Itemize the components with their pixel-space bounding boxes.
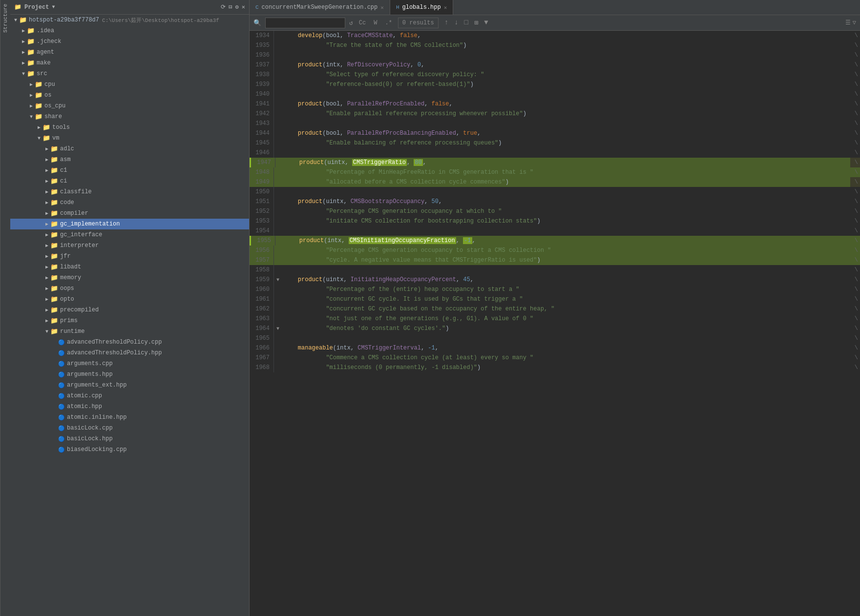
tree-item-idea[interactable]: ▶ 📁 .idea (10, 25, 249, 36)
tree-item-compiler[interactable]: ▶ 📁 compiler (10, 208, 249, 219)
file-label-arguments-ext-hpp: arguments_ext.hpp (67, 382, 126, 389)
tree-item-precompiled[interactable]: ▶ 📁 precompiled (10, 305, 249, 315)
regex-btn[interactable]: .* (383, 19, 394, 27)
code-line-1938: 1938 "Select type of reference discovery… (250, 70, 860, 80)
collapse-icon[interactable]: ⊟ (229, 3, 232, 11)
tree-root[interactable]: ▼ 📁 hotspot-a29ba3f778d7 C:\Users\茹开\Des… (10, 15, 249, 25)
project-tree: ▼ 📁 hotspot-a29ba3f778d7 C:\Users\茹开\Des… (10, 15, 249, 616)
os-cpu-folder-icon: 📁 (35, 102, 42, 110)
tree-item-code[interactable]: ▶ 📁 code (10, 197, 249, 208)
line-content-1947: product(uintx, CMSTriggerRatio, 80, (283, 158, 850, 167)
tree-item-tools[interactable]: ▶ 📁 tools (10, 122, 249, 133)
tree-item-file-atpolicy-cpp[interactable]: 🔵 advancedThresholdPolicy.cpp (10, 337, 249, 348)
share-label: share (44, 113, 62, 120)
structure-side-tab[interactable]: Structure (0, 0, 10, 616)
idea-label: .idea (37, 27, 54, 34)
code-line-1966: 1966 manageable(intx, CMSTriggerInterval… (250, 343, 860, 353)
tree-item-file-atpolicy-hpp[interactable]: 🔵 advancedThresholdPolicy.hpp (10, 348, 249, 358)
gc-impl-label: gc_implementation (60, 221, 120, 227)
tab-close-globals-hpp[interactable]: ✕ (444, 4, 447, 11)
tree-item-src[interactable]: ▼ 📁 src (10, 68, 249, 79)
results-in-new-tab-btn[interactable]: ⊞ (472, 18, 480, 28)
close-icon[interactable]: ✕ (242, 3, 245, 11)
file-icon-basiclock-cpp: 🔵 (58, 425, 65, 431)
continuation-1943: \ (850, 119, 860, 128)
tree-item-file-arguments-cpp[interactable]: 🔵 arguments.cpp (10, 358, 249, 369)
tree-item-vm[interactable]: ▼ 📁 vm (10, 133, 249, 144)
tree-item-classfile[interactable]: ▶ 📁 classfile (10, 186, 249, 197)
tree-item-interpreter[interactable]: ▶ 📁 interpreter (10, 240, 249, 251)
file-label-atpolicy-cpp: advancedThresholdPolicy.cpp (67, 339, 162, 346)
continuation-1951: \ (850, 197, 860, 206)
continuation-1960: \ (850, 285, 860, 294)
gutter-1935 (274, 41, 282, 50)
tree-item-jcheck[interactable]: ▶ 📁 .jcheck (10, 36, 249, 47)
prev-result-btn[interactable]: ↑ (442, 18, 450, 28)
tab-concurrent-cpp[interactable]: C concurrentMarkSweepGeneration.cpp ✕ (250, 0, 390, 15)
tree-item-gc-interface[interactable]: ▶ 📁 gc_interface (10, 229, 249, 240)
tree-item-gc-implementation[interactable]: ▶ 📁 gc_implementation (10, 219, 249, 229)
line-content-1952: "Percentage CMS generation occupancy at … (282, 206, 850, 216)
tree-item-os-cpu[interactable]: ▶ 📁 os_cpu (10, 101, 249, 111)
next-result-btn[interactable]: ↓ (452, 18, 460, 28)
tree-item-share[interactable]: ▼ 📁 share (10, 111, 249, 122)
line-content-1963: "not just one of the generations (e.g., … (282, 314, 850, 324)
classfile-label: classfile (60, 188, 92, 195)
settings-icon[interactable]: ⚙ (235, 3, 239, 11)
code-line-1939: 1939 "reference-based(0) or referent-bas… (250, 80, 860, 89)
tree-item-asm[interactable]: ▶ 📁 asm (10, 154, 249, 165)
filter-icon[interactable]: ▽ (853, 19, 856, 26)
tree-item-agent[interactable]: ▶ 📁 agent (10, 47, 249, 58)
expand-results-btn[interactable]: □ (462, 18, 470, 28)
continuation-1939: \ (850, 80, 860, 89)
tab-close-concurrent-cpp[interactable]: ✕ (380, 4, 384, 11)
code-line-1967: 1967 "Commence a CMS collection cycle (a… (250, 353, 860, 363)
tree-item-file-arguments-ext-hpp[interactable]: 🔵 arguments_ext.hpp (10, 380, 249, 390)
search-input[interactable] (265, 18, 345, 28)
gutter-1941 (274, 99, 282, 109)
filter-btn[interactable]: ▼ (482, 18, 490, 28)
line-number-1966: 1966 (250, 343, 274, 353)
gutter-1967 (274, 353, 282, 363)
src-arrow: ▼ (20, 71, 27, 77)
gutter-1952 (274, 206, 282, 216)
gutter-1959[interactable]: ▼ (274, 275, 282, 285)
tree-item-adlc[interactable]: ▶ 📁 adlc (10, 144, 249, 154)
tree-item-cpu[interactable]: ▶ 📁 cpu (10, 79, 249, 90)
project-dropdown-icon[interactable]: ▼ (52, 4, 55, 10)
line-content-1964: "denotes 'do constant GC cycles'.") (282, 324, 850, 333)
menu-icon[interactable]: ☰ (845, 19, 851, 26)
code-line-1934: 1934 develop(bool, TraceCMSState, false,… (250, 31, 860, 41)
tree-item-file-atomic-cpp[interactable]: 🔵 atomic.cpp (10, 390, 249, 401)
case-sensitive-btn[interactable]: Cc (357, 19, 368, 27)
tree-item-ci[interactable]: ▶ 📁 ci (10, 176, 249, 186)
tree-item-file-arguments-hpp[interactable]: 🔵 arguments.hpp (10, 369, 249, 380)
line-number-1949: 1949 (250, 177, 274, 187)
tree-item-file-biasedlocking-cpp[interactable]: 🔵 biasedLocking.cpp (10, 444, 249, 455)
tab-globals-hpp[interactable]: H globals.hpp ✕ (390, 0, 453, 15)
line-content-1948: "Percentage of MinHeapFreeRatio in CMS g… (282, 167, 850, 177)
tree-item-opto[interactable]: ▶ 📁 opto (10, 294, 249, 305)
tree-item-jfr[interactable]: ▶ 📁 jfr (10, 251, 249, 262)
tree-item-c1[interactable]: ▶ 📁 c1 (10, 165, 249, 176)
tree-item-file-atomic-hpp[interactable]: 🔵 atomic.hpp (10, 401, 249, 412)
tree-item-file-basiclock-hpp[interactable]: 🔵 basicLock.hpp (10, 433, 249, 444)
tree-item-make[interactable]: ▶ 📁 make (10, 58, 249, 68)
tree-item-prims[interactable]: ▶ 📁 prims (10, 315, 249, 326)
adlc-arrow: ▶ (43, 146, 50, 152)
whole-word-btn[interactable]: W (372, 19, 379, 27)
tree-item-runtime[interactable]: ▼ 📁 runtime (10, 326, 249, 337)
tree-item-os[interactable]: ▶ 📁 os (10, 90, 249, 101)
tree-item-oops[interactable]: ▶ 📁 oops (10, 283, 249, 294)
tree-item-libadt[interactable]: ▶ 📁 libadt (10, 262, 249, 272)
code-editor[interactable]: 1934 develop(bool, TraceCMSState, false,… (250, 31, 860, 616)
gutter-1963 (274, 314, 282, 324)
line-content-1966: manageable(intx, CMSTriggerInterval, -1, (282, 343, 850, 353)
refresh-icon[interactable]: ↺ (349, 19, 353, 27)
tree-item-file-basiclock-cpp[interactable]: 🔵 basicLock.cpp (10, 423, 249, 433)
tree-item-memory[interactable]: ▶ 📁 memory (10, 272, 249, 283)
sync-icon[interactable]: ⟳ (221, 3, 226, 11)
tree-item-file-atomic-inline-hpp[interactable]: 🔵 atomic.inline.hpp (10, 412, 249, 423)
gutter-1954 (274, 226, 282, 236)
code-line-1936: 1936 \ (250, 50, 860, 60)
